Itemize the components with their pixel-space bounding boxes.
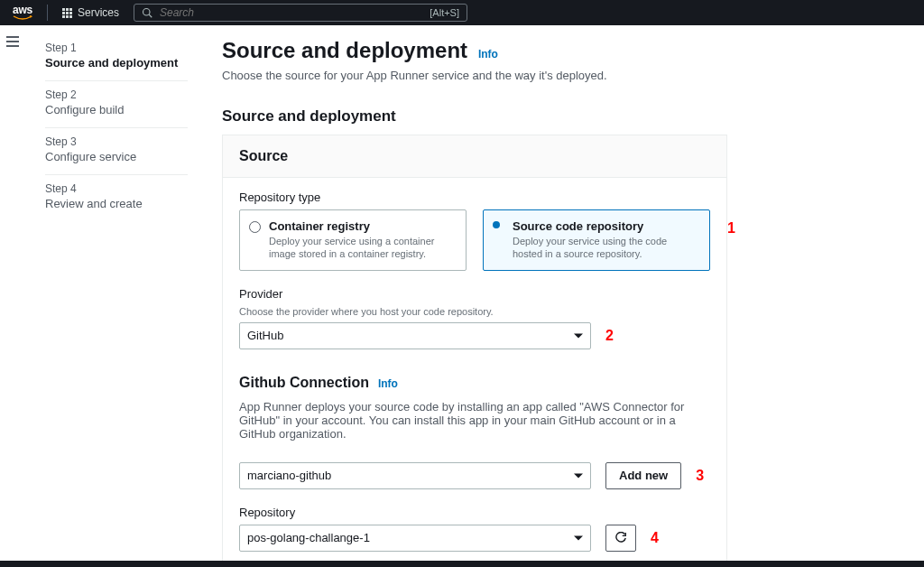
search-icon xyxy=(142,7,152,18)
repository-label: Repository xyxy=(239,506,710,519)
content-area: Source and deployment Info Choose the so… xyxy=(206,25,924,567)
step-review-create[interactable]: Step 4 Review and create xyxy=(45,175,188,221)
services-label: Services xyxy=(78,6,119,19)
card-title: Source xyxy=(223,135,726,178)
sidebar-toggle[interactable] xyxy=(0,25,25,567)
provider-select[interactable]: GitHub xyxy=(239,322,591,349)
search-shortcut: [Alt+S] xyxy=(430,7,459,18)
radio-icon xyxy=(493,221,500,228)
annotation-4: 4 xyxy=(651,530,659,546)
annotation-1: 1 xyxy=(727,220,735,237)
page-title: Source and deployment xyxy=(222,38,467,63)
refresh-icon xyxy=(614,532,627,544)
tile-title: Container registry xyxy=(269,219,455,233)
grid-icon xyxy=(62,8,72,18)
annotation-3: 3 xyxy=(696,468,704,484)
repository-value: pos-golang-challange-1 xyxy=(247,531,370,544)
section-heading: Source and deployment xyxy=(222,107,727,125)
step-number: Step 4 xyxy=(45,182,188,195)
github-connection-select[interactable]: marciano-github xyxy=(239,462,591,489)
provider-label: Provider xyxy=(239,287,710,301)
tile-desc: Deploy your service using a container im… xyxy=(269,235,455,261)
svg-line-1 xyxy=(149,14,152,17)
step-label: Review and create xyxy=(45,197,188,210)
page-subtitle: Choose the source for your App Runner se… xyxy=(222,69,727,82)
step-number: Step 3 xyxy=(45,135,188,148)
step-configure-build[interactable]: Step 2 Configure build xyxy=(45,81,188,128)
step-number: Step 1 xyxy=(45,42,188,54)
radio-icon xyxy=(249,221,261,233)
step-label: Configure build xyxy=(45,103,188,116)
provider-value: GitHub xyxy=(247,329,283,342)
search-input[interactable] xyxy=(160,6,422,19)
add-new-button[interactable]: Add new xyxy=(605,462,681,489)
repository-type-label: Repository type xyxy=(239,191,710,204)
tile-source-code-repository[interactable]: Source code repository Deploy your servi… xyxy=(483,209,710,271)
wizard-steps: Step 1 Source and deployment Step 2 Conf… xyxy=(25,25,206,567)
step-source-deployment[interactable]: Step 1 Source and deployment xyxy=(45,34,188,81)
tile-container-registry[interactable]: Container registry Deploy your service u… xyxy=(239,209,467,271)
search-box[interactable]: [Alt+S] xyxy=(134,4,467,22)
step-number: Step 2 xyxy=(45,88,188,101)
step-label: Source and deployment xyxy=(45,56,188,70)
source-card: Source Repository type Container registr… xyxy=(222,135,727,567)
chevron-down-icon xyxy=(574,535,583,540)
step-configure-service[interactable]: Step 3 Configure service xyxy=(45,128,188,175)
bottom-bar xyxy=(0,561,924,567)
github-connection-desc: App Runner deploys your source code by i… xyxy=(239,400,710,441)
github-connection-heading: Github Connection xyxy=(239,375,369,391)
top-nav: aws Services [Alt+S] xyxy=(0,0,924,25)
annotation-2: 2 xyxy=(605,328,614,344)
chevron-down-icon xyxy=(574,473,583,478)
tile-title: Source code repository xyxy=(513,219,698,233)
provider-desc: Choose the provider where you host your … xyxy=(239,306,710,317)
info-link[interactable]: Info xyxy=(378,377,398,390)
svg-point-0 xyxy=(143,9,151,16)
repository-select[interactable]: pos-golang-challange-1 xyxy=(239,525,591,552)
nav-divider xyxy=(47,5,48,21)
tile-desc: Deploy your service using the code hoste… xyxy=(513,235,698,261)
hamburger-icon xyxy=(6,36,19,47)
services-menu[interactable]: Services xyxy=(62,6,119,19)
github-connection-value: marciano-github xyxy=(247,469,331,482)
chevron-down-icon xyxy=(574,333,583,338)
step-label: Configure service xyxy=(45,150,188,163)
aws-logo[interactable]: aws xyxy=(13,5,32,21)
refresh-repository-button[interactable] xyxy=(605,525,636,552)
info-link[interactable]: Info xyxy=(478,48,498,60)
